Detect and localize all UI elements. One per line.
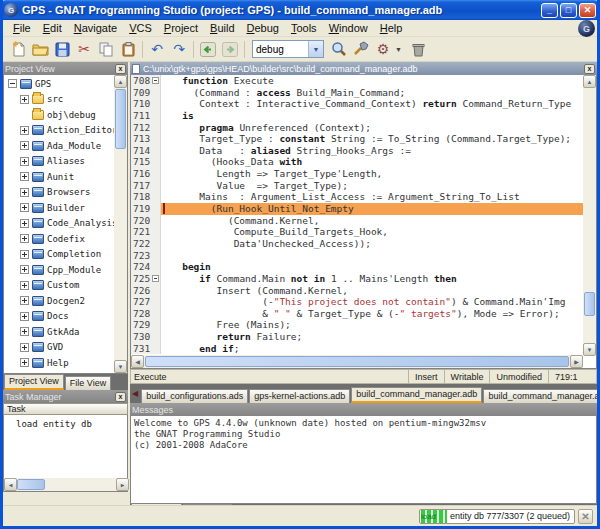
code-editor[interactable]: 708 function Execute709 (Command : acces… bbox=[130, 75, 597, 369]
paste-button[interactable] bbox=[117, 39, 139, 60]
code-line[interactable]: 720 (Command.Kernel, bbox=[131, 215, 583, 227]
menu-item-tools[interactable]: Tools bbox=[285, 21, 323, 35]
scroll-up-icon[interactable]: ▲ bbox=[583, 75, 596, 88]
forward-button[interactable] bbox=[219, 39, 241, 60]
menu-item-vcs[interactable]: VCS bbox=[123, 21, 158, 35]
menu-item-window[interactable]: Window bbox=[323, 21, 374, 35]
menu-item-edit[interactable]: Edit bbox=[37, 21, 68, 35]
build-mode-combobox[interactable]: debug ▼ bbox=[252, 40, 324, 58]
scrollbar-thumb[interactable] bbox=[115, 89, 126, 149]
code-line[interactable]: 717 Value => Target_Type); bbox=[131, 180, 583, 192]
code-line[interactable]: 724 begin bbox=[131, 261, 583, 273]
tree-item[interactable]: Aunit bbox=[4, 169, 114, 185]
project-view-close-icon[interactable]: x bbox=[115, 64, 126, 74]
expander-plus-icon[interactable] bbox=[20, 141, 29, 150]
scroll-down-icon[interactable]: ▼ bbox=[583, 343, 596, 356]
code-line[interactable]: 730 return Failure; bbox=[131, 331, 583, 343]
maximize-button[interactable]: □ bbox=[560, 3, 577, 18]
code-line[interactable]: 721 Compute_Build_Targets_Hook, bbox=[131, 226, 583, 238]
scrollbar-thumb[interactable] bbox=[145, 356, 569, 367]
messages-console[interactable]: Welcome to GPS 4.4.0w (unknown date) hos… bbox=[130, 416, 597, 504]
code-line[interactable]: 731 end if; bbox=[131, 343, 583, 355]
build-button[interactable] bbox=[350, 39, 372, 60]
expander-plus-icon[interactable] bbox=[20, 157, 29, 166]
tree-item[interactable]: src bbox=[4, 92, 114, 108]
code-line[interactable]: 711 is bbox=[131, 110, 583, 122]
code-line[interactable]: 708 function Execute bbox=[131, 75, 583, 87]
scroll-right-icon[interactable]: ▶ bbox=[116, 478, 129, 491]
tree-item[interactable]: Aliases bbox=[4, 154, 114, 170]
title-bar[interactable]: G GPS - GNAT Programming Studio (project… bbox=[0, 0, 600, 20]
scroll-right-icon[interactable]: ▶ bbox=[570, 355, 583, 368]
copy-button[interactable] bbox=[95, 39, 117, 60]
task-manager-close-icon[interactable]: x bbox=[115, 392, 126, 402]
expander-plus-icon[interactable] bbox=[20, 172, 29, 181]
code-line[interactable]: 710 Context : Interactive_Command_Contex… bbox=[131, 98, 583, 110]
tab-scroll-left-icon[interactable]: ◀ bbox=[130, 389, 140, 398]
editor-vscrollbar[interactable]: ▲ ▼ bbox=[583, 75, 596, 356]
expander-plus-icon[interactable] bbox=[20, 358, 29, 367]
code-line[interactable]: 718 Mains : Argument_List_Access := Argu… bbox=[131, 191, 583, 203]
project-tree-scrollbar[interactable]: ▲ ▼ bbox=[114, 75, 127, 373]
expander-plus-icon[interactable] bbox=[20, 281, 29, 290]
menu-item-debug[interactable]: Debug bbox=[241, 21, 285, 35]
scroll-left-icon[interactable]: ◀ bbox=[4, 478, 17, 491]
back-button[interactable] bbox=[197, 39, 219, 60]
open-file-button[interactable] bbox=[29, 39, 51, 60]
expander-plus-icon[interactable] bbox=[20, 312, 29, 321]
chevron-down-icon[interactable]: ▼ bbox=[308, 41, 323, 57]
code-line[interactable]: 713 Target_Type : constant String := To_… bbox=[131, 133, 583, 145]
task-list-scrollbar[interactable]: ◀ ▶ bbox=[4, 478, 129, 491]
expander-plus-icon[interactable] bbox=[20, 188, 29, 197]
fold-minus-icon[interactable] bbox=[152, 275, 159, 282]
code-line[interactable]: 726 Insert (Command.Kernel, bbox=[131, 285, 583, 297]
tree-item[interactable]: Browsers bbox=[4, 185, 114, 201]
scroll-left-icon[interactable]: ◀ bbox=[131, 355, 144, 368]
expander-plus-icon[interactable] bbox=[20, 234, 29, 243]
tree-item[interactable]: Codefix bbox=[4, 231, 114, 247]
code-line[interactable]: 727 (-"This project does not contain") &… bbox=[131, 296, 583, 308]
code-line[interactable]: 728 & " " & Target_Type & (-" targets"),… bbox=[131, 308, 583, 320]
tree-item[interactable]: GPS bbox=[4, 76, 114, 92]
expander-minus-icon[interactable] bbox=[8, 79, 17, 88]
menu-item-help[interactable]: Help bbox=[374, 21, 409, 35]
code-line[interactable]: 715 (Hooks_Data with bbox=[131, 156, 583, 168]
code-line[interactable]: 709 (Command : access Build_Main_Command… bbox=[131, 87, 583, 99]
scroll-up-icon[interactable]: ▲ bbox=[114, 75, 127, 88]
search-button[interactable] bbox=[328, 39, 350, 60]
tree-item[interactable]: Custom bbox=[4, 278, 114, 294]
task-row[interactable]: load entity db bbox=[4, 415, 127, 429]
expander-plus-icon[interactable] bbox=[20, 327, 29, 336]
code-line[interactable]: 725 if Command.Main not in 1 .. Mains'Le… bbox=[131, 273, 583, 285]
editor-tab-build-command-manager-ads[interactable]: build_command_manager.ads bbox=[483, 389, 597, 403]
redo-button[interactable]: ↷ bbox=[168, 39, 190, 60]
expander-plus-icon[interactable] bbox=[20, 343, 29, 352]
menu-item-file[interactable]: File bbox=[7, 21, 37, 35]
save-button[interactable] bbox=[51, 39, 73, 60]
editor-close-icon[interactable]: x bbox=[584, 64, 595, 74]
fold-minus-icon[interactable] bbox=[152, 77, 159, 84]
tree-item[interactable]: Docs bbox=[4, 309, 114, 325]
expander-plus-icon[interactable] bbox=[20, 219, 29, 228]
code-line[interactable]: 729 Free (Mains); bbox=[131, 319, 583, 331]
scrollbar-thumb[interactable] bbox=[584, 292, 595, 316]
progress-close-icon[interactable]: ✕ bbox=[578, 509, 593, 524]
code-area[interactable]: 708 function Execute709 (Command : acces… bbox=[131, 75, 583, 355]
tree-item[interactable]: Completion bbox=[4, 247, 114, 263]
tree-item[interactable]: Kernel bbox=[4, 371, 114, 374]
code-line[interactable]: 719 (Run_Hook_Until_Not_Empty bbox=[131, 203, 583, 215]
tree-item[interactable]: GtkAda bbox=[4, 324, 114, 340]
tree-item[interactable]: Help bbox=[4, 355, 114, 371]
menu-item-build[interactable]: Build bbox=[204, 21, 240, 35]
tree-item[interactable]: Code_Analysis bbox=[4, 216, 114, 232]
menu-item-navigate[interactable]: Navigate bbox=[68, 21, 123, 35]
scroll-down-icon[interactable]: ▼ bbox=[114, 360, 127, 373]
editor-tab-build-command-manager-adb[interactable]: build_command_manager.adb bbox=[351, 387, 482, 403]
code-line[interactable]: 714 Data : aliased String_Hooks_Args := bbox=[131, 145, 583, 157]
new-file-button[interactable] bbox=[7, 39, 29, 60]
undo-button[interactable]: ↶ bbox=[146, 39, 168, 60]
close-button[interactable]: ✕ bbox=[579, 3, 596, 18]
tree-item[interactable]: obj\debug bbox=[4, 107, 114, 123]
minimize-button[interactable]: _ bbox=[541, 3, 558, 18]
editor-hscrollbar[interactable]: ◀ ▶ bbox=[131, 355, 583, 368]
